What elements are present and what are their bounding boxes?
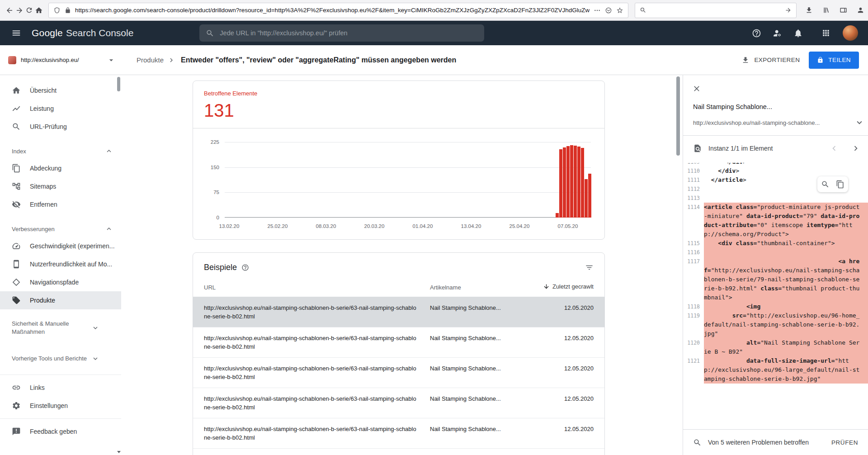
url-bar[interactable]: https://search.google.com/search-console… — [48, 3, 628, 18]
sidebar-item-einstellungen[interactable]: Einstellungen — [0, 397, 121, 415]
sidebar-section-sicherheit[interactable]: Sicherheit & Manuelle Maßnahmen — [0, 316, 121, 340]
sidebar-item-leistung[interactable]: Leistung — [0, 100, 121, 118]
library-icon[interactable] — [819, 4, 833, 17]
bookmark-star-icon[interactable] — [616, 7, 623, 14]
scroll-down-arrow[interactable] — [117, 451, 121, 453]
sidebar-toggle-icon[interactable] — [836, 4, 850, 17]
sidebar-item-links[interactable]: Links — [0, 379, 121, 397]
scrollbar-thumb[interactable] — [676, 76, 680, 156]
code-line-number: 1120 — [683, 338, 704, 356]
chevron-down-icon — [91, 355, 99, 363]
lock-icon — [817, 57, 824, 63]
apps-grid-icon[interactable] — [817, 24, 835, 42]
y-tick-label: 0 — [217, 215, 219, 220]
code-line: 1114<article class="product-miniature js… — [683, 203, 868, 239]
chart-bar[interactable] — [566, 146, 570, 218]
chart-bar[interactable] — [559, 149, 562, 218]
sidebar-item-nutzerfreundlichkeit[interactable]: Nutzerfreundlichkeit auf Mo... — [0, 255, 121, 273]
chart-bar[interactable] — [556, 213, 559, 218]
gsc-logo[interactable]: Google Search Console — [32, 28, 133, 38]
sidebar-item-sitemaps[interactable]: Sitemaps — [0, 177, 121, 195]
prev-instance-icon[interactable] — [826, 141, 842, 156]
url-inspect-search[interactable] — [199, 24, 484, 42]
downloads-icon[interactable] — [802, 4, 816, 17]
search-icon — [12, 122, 21, 131]
sidebar-item-produkte[interactable]: Produkte — [0, 291, 121, 309]
page-actions-icon[interactable] — [594, 7, 601, 14]
account-icon[interactable] — [854, 4, 867, 17]
chart-bar[interactable] — [577, 147, 580, 218]
scrollbar-thumb[interactable] — [117, 77, 120, 91]
next-instance-icon[interactable] — [848, 141, 863, 156]
url-inspect-input[interactable] — [220, 29, 478, 37]
help-icon[interactable] — [241, 264, 249, 271]
share-button[interactable]: TEILEN — [809, 52, 859, 69]
go-arrow-icon[interactable] — [785, 7, 792, 14]
chart-bar[interactable] — [585, 179, 588, 218]
code-line: 1110 </div> — [683, 166, 868, 175]
column-header-name[interactable]: Artikelname — [430, 284, 526, 291]
sidebar-scrollbar[interactable] — [117, 76, 121, 454]
search-code-icon[interactable] — [821, 180, 830, 189]
table-row[interactable]: http://exclusivshop.eu/nail-stamping-sch… — [193, 449, 604, 455]
browser-search-bar[interactable] — [635, 3, 797, 18]
chart-bar[interactable] — [563, 147, 566, 218]
avatar[interactable] — [843, 25, 858, 41]
sidebar-section-index[interactable]: Index — [0, 143, 121, 159]
sidebar-item-uebersicht[interactable]: Übersicht — [0, 81, 121, 100]
reload-button[interactable] — [25, 3, 33, 18]
chart-bar[interactable] — [574, 146, 577, 218]
notifications-icon[interactable] — [789, 24, 807, 42]
pocket-icon[interactable] — [605, 7, 612, 14]
column-header-crawled[interactable]: Zuletzt gecrawlt — [526, 283, 594, 291]
code-viewer: 1109 </div>1110 </div>1111 </article>111… — [683, 163, 868, 429]
table-row[interactable]: http://exclusivshop.eu/nail-stamping-sch… — [193, 358, 604, 388]
home-button[interactable] — [35, 3, 43, 18]
chart-bar[interactable] — [588, 174, 591, 218]
user-settings-icon[interactable] — [769, 24, 786, 42]
chart-bar[interactable] — [570, 145, 573, 218]
address-url[interactable]: https://search.google.com/search-console… — [75, 7, 590, 14]
export-label: EXPORTIEREN — [754, 57, 800, 63]
sidebar-item-navigationspfade[interactable]: Navigationspfade — [0, 273, 121, 291]
property-selector[interactable]: http://exclusivshop.eu/ — [0, 56, 121, 65]
table-row[interactable]: http://exclusivshop.eu/nail-stamping-sch… — [193, 327, 604, 358]
sidebar-section-vorherige-tools[interactable]: Vorherige Tools und Berichte — [0, 346, 121, 371]
sidebar-section-verbesserungen[interactable]: Verbesserungen — [0, 221, 121, 237]
forward-button[interactable] — [15, 3, 24, 18]
search-icon — [693, 438, 702, 447]
main-scrollbar[interactable] — [676, 75, 680, 455]
detail-url-row[interactable]: http://exclusivshop.eu/nail-stamping-sch… — [693, 118, 864, 128]
breadcrumb-parent[interactable]: Produkte — [137, 56, 164, 64]
sidebar-item-entfernen[interactable]: Entfernen — [0, 195, 121, 213]
inspect-button[interactable]: PRÜFEN — [831, 439, 858, 446]
chevron-down-icon[interactable] — [854, 118, 864, 128]
table-row[interactable]: http://exclusivshop.eu/nail-stamping-sch… — [193, 297, 604, 327]
table-row[interactable]: http://exclusivshop.eu/nail-stamping-sch… — [193, 388, 604, 418]
copy-icon[interactable] — [836, 180, 844, 189]
sidebar-item-feedback[interactable]: Feedback geben — [0, 422, 121, 441]
table-row[interactable]: http://exclusivshop.eu/nail-stamping-sch… — [193, 418, 604, 449]
close-icon[interactable] — [692, 84, 701, 93]
eye-off-icon — [12, 200, 21, 209]
sort-desc-icon — [543, 283, 550, 290]
sidebar-item-abdeckung[interactable]: Abdeckung — [0, 159, 121, 177]
code-line: 1116 — [683, 248, 868, 257]
sidebar-item-label: URL-Prüfung — [30, 123, 67, 130]
x-tick-label: 25.04.20 — [509, 223, 530, 229]
browser-search-input[interactable] — [650, 7, 781, 14]
back-button[interactable] — [5, 3, 14, 18]
export-button[interactable]: EXPORTIEREN — [741, 56, 800, 64]
chevron-up-icon — [105, 147, 113, 155]
detail-footer: Von 5 weiteren Problemen betroffen PRÜFE… — [683, 429, 868, 455]
chart-bar[interactable] — [581, 148, 584, 218]
sidebar-item-url-pruefung[interactable]: URL-Prüfung — [0, 118, 121, 136]
shield-icon[interactable] — [53, 7, 61, 14]
hamburger-menu-icon[interactable] — [10, 27, 23, 39]
subheader-actions: EXPORTIEREN TEILEN — [741, 52, 868, 69]
help-icon[interactable] — [748, 24, 765, 42]
sidebar-item-geschwindigkeit[interactable]: Geschwindigkeit (experimen... — [0, 237, 121, 255]
filter-icon[interactable] — [585, 263, 594, 272]
lock-icon[interactable] — [65, 7, 71, 14]
column-header-url[interactable]: URL — [204, 284, 430, 291]
